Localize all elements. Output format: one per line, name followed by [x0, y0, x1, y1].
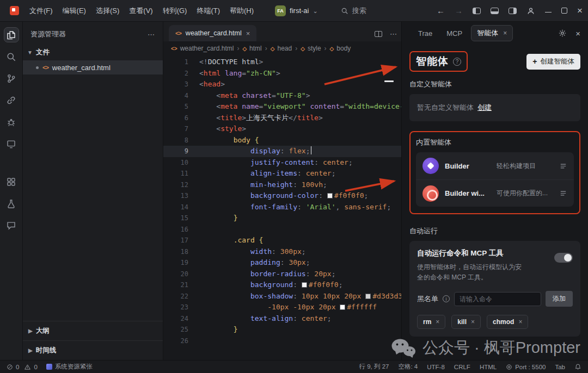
code-line[interactable]: 19 padding: 30px;: [163, 257, 401, 269]
account-icon[interactable]: [526, 7, 535, 15]
code-line[interactable]: 6 <title>上海天气卡片</title>: [163, 113, 401, 124]
resource-status[interactable]: 系统资源紧张: [46, 363, 93, 371]
outline-section-header[interactable]: ▶ 大纲: [23, 321, 163, 340]
workspace-switcher[interactable]: FA first-ai ⌄: [271, 4, 322, 18]
forward-button[interactable]: →: [455, 7, 463, 15]
files-section-header[interactable]: ▼ 文件: [23, 45, 163, 60]
problems-indicator[interactable]: 0 0: [7, 364, 38, 370]
code-line[interactable]: 17 .card {: [163, 235, 401, 246]
editor-more-icon[interactable]: ⋯: [390, 30, 397, 38]
code-line[interactable]: 20 border-radius: 20px;: [163, 269, 401, 280]
feedback-icon[interactable]: [4, 217, 19, 233]
timeline-section-header[interactable]: ▶ 时间线: [23, 340, 163, 360]
agent-list-icon[interactable]: [559, 189, 567, 197]
code-line[interactable]: 1<!DOCTYPE html>: [163, 57, 401, 68]
toggle-right-panel-icon[interactable]: [509, 8, 517, 14]
help-icon[interactable]: ?: [453, 58, 461, 66]
split-editor-icon[interactable]: [375, 31, 382, 37]
tab-mcp[interactable]: MCP: [441, 27, 468, 40]
create-agent-button[interactable]: + 创建智能体: [526, 54, 580, 70]
toggle-left-panel-icon[interactable]: [473, 8, 481, 14]
back-button[interactable]: ←: [437, 7, 445, 15]
gear-icon[interactable]: [558, 29, 567, 38]
close-panel-icon[interactable]: ×: [575, 29, 580, 38]
remove-tag-icon[interactable]: ×: [518, 318, 522, 326]
source-control-icon[interactable]: [4, 71, 19, 86]
test-flask-icon[interactable]: [4, 196, 19, 211]
agent-row[interactable]: Builder轻松构建项目: [416, 152, 574, 179]
code-line[interactable]: 15 }: [163, 213, 401, 224]
breadcrumb-item[interactable]: <>weather_card.html: [171, 45, 234, 52]
command-input[interactable]: [454, 292, 541, 306]
code-line[interactable]: 24 text-align: center;: [163, 313, 401, 325]
code-line[interactable]: 12 min-height: 100vh;: [163, 179, 401, 191]
remote-link-icon[interactable]: [4, 92, 19, 108]
blacklist-tag[interactable]: chmod×: [487, 315, 528, 329]
notifications-bell-icon[interactable]: [574, 363, 581, 370]
code-line[interactable]: 8 body {: [163, 135, 401, 146]
extensions-grid-icon[interactable]: [4, 174, 19, 189]
editor-tab-weather-card[interactable]: <> weather_card.html ×: [169, 25, 256, 41]
toggle-bottom-panel-icon[interactable]: [491, 8, 499, 14]
close-tab-icon[interactable]: ×: [246, 29, 250, 38]
tab-trae[interactable]: Trae: [413, 27, 438, 40]
remote-window-icon[interactable]: [4, 136, 19, 151]
code-line[interactable]: 16: [163, 224, 401, 235]
app-logo-icon[interactable]: [10, 6, 19, 15]
language-mode[interactable]: HTML: [480, 364, 497, 370]
file-item-weather-card[interactable]: <> weather_card.html: [23, 60, 163, 74]
debug-icon[interactable]: [4, 114, 19, 129]
breadcrumb-item[interactable]: ◇head: [271, 45, 292, 52]
breadcrumb-item[interactable]: ◇style: [301, 45, 321, 52]
agent-row[interactable]: Builder wi...可使用你配置的...: [416, 179, 574, 207]
code-line[interactable]: 14 font-family: 'Arial', sans-serif;: [163, 202, 401, 213]
minimize-button[interactable]: [545, 12, 552, 13]
menu-item[interactable]: 编辑(E): [58, 4, 91, 18]
menu-item[interactable]: 转到(G): [158, 4, 192, 18]
create-link[interactable]: 创建: [477, 103, 492, 111]
code-line[interactable]: 23 -10px -10px 20px #ffffff: [163, 302, 401, 313]
code-line[interactable]: 21 background: #f0f0f0;: [163, 279, 401, 291]
code-line[interactable]: 26: [163, 335, 401, 347]
search-sidebar-icon[interactable]: [4, 49, 19, 64]
menu-item[interactable]: 帮助(H): [225, 4, 259, 18]
code-line[interactable]: 13 background-color: #f0f0f0;: [163, 190, 401, 202]
eol-setting[interactable]: CRLF: [454, 364, 470, 370]
tab-agents[interactable]: 智能体 ×: [471, 25, 513, 41]
global-search[interactable]: 搜索: [341, 6, 366, 16]
tab-size-setting[interactable]: Tab: [555, 364, 565, 370]
menu-item[interactable]: 终端(T): [192, 4, 225, 18]
menu-item[interactable]: 文件(F): [24, 4, 58, 18]
agent-list-icon[interactable]: [559, 162, 567, 170]
code-line[interactable]: 4 <meta charset="UTF-8">: [163, 90, 401, 102]
sidebar-more-icon[interactable]: ⋯: [148, 30, 155, 39]
blacklist-tag[interactable]: kill×: [451, 315, 481, 329]
maximize-button[interactable]: [561, 8, 567, 14]
remove-tag-icon[interactable]: ×: [436, 318, 439, 326]
blacklist-tag[interactable]: rm×: [417, 315, 445, 329]
code-line[interactable]: 11 align-items: center;: [163, 168, 401, 179]
code-line[interactable]: 18 width: 300px;: [163, 246, 401, 258]
remove-tag-icon[interactable]: ×: [471, 318, 475, 326]
code-line[interactable]: 7 <style>: [163, 123, 401, 135]
menu-item[interactable]: 查看(V): [124, 4, 157, 18]
live-server-port[interactable]: Port : 5500: [506, 364, 546, 370]
code-line[interactable]: 9 display: flex;: [163, 146, 401, 157]
code-line[interactable]: 5 <meta name="viewport" content="width=d…: [163, 101, 401, 113]
close-window-button[interactable]: ×: [577, 6, 583, 15]
code-line[interactable]: 22 box-shadow: 10px 10px 20px #d3d3d3,: [163, 291, 401, 302]
code-line[interactable]: 2<html lang="zh-CN">: [163, 68, 401, 79]
cursor-position[interactable]: 行 9, 列 27: [359, 363, 389, 371]
breadcrumb-item[interactable]: ◇body: [330, 45, 351, 52]
explorer-icon[interactable]: [4, 27, 19, 42]
code-line[interactable]: 3<head>: [163, 79, 401, 90]
code-editor[interactable]: 1<!DOCTYPE html>2<html lang="zh-CN">3<he…: [163, 55, 401, 360]
indentation-setting[interactable]: 空格: 4: [398, 363, 418, 371]
breadcrumb-item[interactable]: ◇html: [242, 45, 261, 52]
add-command-button[interactable]: 添加: [546, 291, 573, 307]
menu-item[interactable]: 选择(S): [91, 4, 124, 18]
info-icon[interactable]: i: [443, 295, 450, 302]
close-tab-icon[interactable]: ×: [503, 29, 507, 37]
autorun-toggle[interactable]: [554, 253, 573, 263]
encoding-setting[interactable]: UTF-8: [427, 364, 445, 370]
